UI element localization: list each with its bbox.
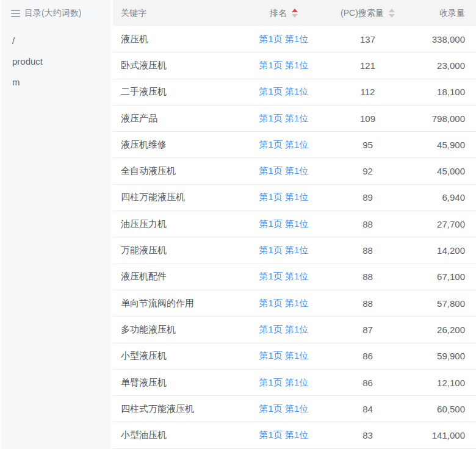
- sidebar-title: 目录(大约词数): [24, 8, 81, 19]
- indexed-count-cell: 798,000: [418, 113, 476, 124]
- keyword-cell: 四柱式万能液压机: [113, 403, 250, 415]
- sort-asc-icon: [389, 9, 395, 12]
- rank-link[interactable]: 第1页 第1位: [259, 218, 309, 229]
- indexed-count-cell: 18,100: [418, 87, 476, 97]
- header-search-volume-label: (PC)搜索量: [341, 8, 384, 19]
- table-row: 多功能液压机 第1页 第1位 87 26,200: [113, 317, 476, 343]
- indexed-count-cell: 338,000: [418, 34, 476, 45]
- table-row: 单臂液压机 第1页 第1位 86 12,100: [113, 370, 476, 396]
- sidebar-header: 目录(大约词数): [1, 0, 110, 26]
- header-keyword: 关键字: [113, 8, 250, 19]
- keyword-cell: 多功能液压机: [113, 324, 250, 336]
- keyword-table: 关键字 排名 (PC)搜索量: [113, 0, 476, 449]
- indexed-count-cell: 45,000: [418, 166, 476, 176]
- search-volume-cell: 121: [317, 60, 418, 71]
- directory-item[interactable]: /: [1, 30, 110, 51]
- header-search-volume[interactable]: (PC)搜索量: [317, 8, 418, 19]
- search-volume-cell: 112: [317, 87, 418, 97]
- header-keyword-label: 关键字: [121, 8, 146, 18]
- keyword-cell: 卧式液压机: [113, 60, 250, 71]
- rank-link[interactable]: 第1页 第1位: [259, 377, 309, 387]
- search-volume-cell: 88: [317, 245, 418, 256]
- rank-link[interactable]: 第1页 第1位: [259, 403, 309, 414]
- keyword-cell: 万能液压机: [113, 245, 250, 256]
- indexed-count-cell: 23,000: [418, 60, 476, 71]
- search-volume-cell: 89: [317, 192, 418, 203]
- rank-link[interactable]: 第1页 第1位: [259, 139, 309, 149]
- rank-link[interactable]: 第1页 第1位: [259, 298, 309, 308]
- rank-link[interactable]: 第1页 第1位: [259, 429, 309, 440]
- indexed-count-cell: 45,900: [418, 140, 476, 150]
- keyword-cell: 液压机维修: [113, 139, 250, 151]
- directory-item[interactable]: product: [1, 51, 110, 71]
- directory-item[interactable]: m: [1, 71, 110, 92]
- table-row: 万能液压机 第1页 第1位 88 14,200: [113, 237, 476, 264]
- search-volume-cell: 92: [317, 166, 418, 176]
- rank-link[interactable]: 第1页 第1位: [259, 192, 309, 202]
- keyword-cell: 二手液压机: [113, 86, 250, 98]
- rank-link[interactable]: 第1页 第1位: [259, 271, 309, 281]
- header-indexed: 收录量: [418, 8, 476, 19]
- sort-asc-icon: [292, 9, 298, 12]
- list-menu-icon: [11, 10, 20, 17]
- sort-desc-icon: [389, 14, 395, 18]
- search-volume-cell: 88: [317, 219, 418, 229]
- indexed-count-cell: 67,100: [418, 271, 476, 282]
- table-row: 单向节流阀的作用 第1页 第1位 88 57,800: [113, 290, 476, 317]
- rank-link[interactable]: 第1页 第1位: [259, 34, 309, 44]
- keyword-cell: 小型液压机: [113, 350, 250, 362]
- indexed-count-cell: 14,200: [418, 245, 476, 256]
- app: 目录(大约词数) / product m 关键字 排名 (PC: [0, 0, 476, 449]
- indexed-count-cell: 6,940: [418, 192, 476, 203]
- table-row: 小型液压机 第1页 第1位 86 59,900: [113, 343, 476, 370]
- rank-link[interactable]: 第1页 第1位: [259, 86, 309, 96]
- rank-link[interactable]: 第1页 第1位: [259, 165, 309, 176]
- header-indexed-label: 收录量: [439, 8, 465, 18]
- table-body: 液压机 第1页 第1位 137 338,000 卧式液压机 第1页 第1位 12…: [113, 26, 476, 449]
- indexed-count-cell: 27,700: [418, 219, 476, 229]
- keyword-cell: 单臂液压机: [113, 377, 250, 389]
- keyword-cell: 液压产品: [113, 113, 250, 124]
- table-row: 四柱式万能液压机 第1页 第1位 84 60,500: [113, 396, 476, 422]
- search-volume-cell: 88: [317, 271, 418, 282]
- keyword-cell: 四柱万能液压机: [113, 192, 250, 203]
- keyword-cell: 液压机: [113, 34, 250, 45]
- table-row: 全自动液压机 第1页 第1位 92 45,000: [113, 158, 476, 184]
- search-volume-cell: 137: [317, 34, 418, 45]
- keyword-cell: 小型油压机: [113, 429, 250, 441]
- table-row: 油压压力机 第1页 第1位 88 27,700: [113, 211, 476, 237]
- indexed-count-cell: 60,500: [418, 404, 476, 414]
- table-row: 卧式液压机 第1页 第1位 121 23,000: [113, 52, 476, 79]
- table-row: 四柱万能液压机 第1页 第1位 89 6,940: [113, 185, 476, 211]
- directory-list: / product m: [1, 26, 110, 92]
- sort-arrows-icon-rank[interactable]: [292, 9, 298, 18]
- table-row: 液压机维修 第1页 第1位 95 45,900: [113, 132, 476, 158]
- indexed-count-cell: 141,000: [418, 430, 476, 440]
- sidebar: 目录(大约词数) / product m: [1, 0, 110, 449]
- indexed-count-cell: 26,200: [418, 325, 476, 335]
- rank-link[interactable]: 第1页 第1位: [259, 324, 309, 334]
- rank-link[interactable]: 第1页 第1位: [259, 113, 309, 123]
- indexed-count-cell: 59,900: [418, 351, 476, 361]
- search-volume-cell: 84: [317, 404, 418, 414]
- table-row: 液压机 第1页 第1位 137 338,000: [113, 26, 476, 52]
- table-row: 液压机配件 第1页 第1位 88 67,100: [113, 264, 476, 290]
- indexed-count-cell: 12,100: [418, 378, 476, 388]
- table-row: 二手液压机 第1页 第1位 112 18,100: [113, 79, 476, 106]
- search-volume-cell: 86: [317, 378, 418, 388]
- table-row: 液压产品 第1页 第1位 109 798,000: [113, 106, 476, 132]
- keyword-cell: 液压机配件: [113, 271, 250, 282]
- header-rank[interactable]: 排名: [250, 8, 317, 19]
- rank-link[interactable]: 第1页 第1位: [259, 350, 309, 361]
- header-rank-label: 排名: [270, 8, 287, 19]
- rank-link[interactable]: 第1页 第1位: [259, 245, 309, 255]
- search-volume-cell: 88: [317, 298, 418, 309]
- table-header-row: 关键字 排名 (PC)搜索量: [113, 0, 476, 26]
- sort-desc-icon: [292, 14, 298, 18]
- keyword-cell: 单向节流阀的作用: [113, 298, 250, 309]
- sort-arrows-icon-volume[interactable]: [389, 9, 395, 18]
- indexed-count-cell: 57,800: [418, 298, 476, 309]
- rank-link[interactable]: 第1页 第1位: [259, 60, 309, 70]
- table-row: 小型油压机 第1页 第1位 83 141,000: [113, 422, 476, 448]
- search-volume-cell: 109: [317, 113, 418, 124]
